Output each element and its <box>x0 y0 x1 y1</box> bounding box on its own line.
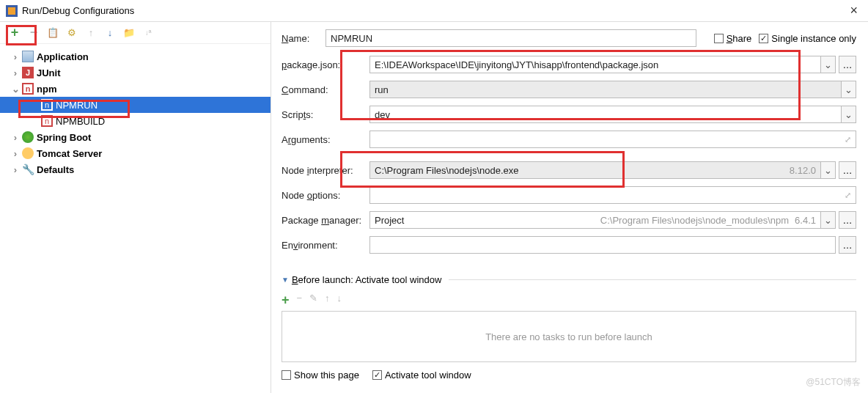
npm-icon: n <box>41 115 53 127</box>
scripts-input[interactable]: dev <box>369 106 842 123</box>
package-manager-input[interactable]: Project C:\Program Files\nodejs\node_mod… <box>369 211 821 229</box>
before-launch-header[interactable]: ▼ Before launch: Activate tool window <box>282 274 856 285</box>
expand-icon[interactable]: ⤢ <box>845 191 851 200</box>
tree-item-defaults[interactable]: › 🔧 Defaults <box>0 161 271 177</box>
window-title: Run/Debug Configurations <box>22 5 134 16</box>
tree-label: NPMBUILD <box>56 116 105 127</box>
tree-label: npm <box>37 84 56 95</box>
application-icon <box>22 51 34 62</box>
tree-label: JUnit <box>37 67 61 78</box>
expand-icon[interactable]: ⤢ <box>845 135 851 144</box>
no-tasks-label: There are no tasks to run before launch <box>485 331 652 342</box>
package-json-input[interactable]: E:\IDEAWorkspace\IDE\jinyitong\JYT\hisap… <box>369 56 821 73</box>
command-select[interactable]: run <box>369 81 842 98</box>
move-up-button[interactable]: ↑ <box>325 293 330 308</box>
remove-config-button[interactable]: − <box>26 26 41 40</box>
dropdown-icon[interactable]: ⌄ <box>821 211 836 229</box>
before-launch-toolbar: + − ✎ ↑ ↓ <box>282 290 856 311</box>
config-form: Name: NPMRUN Share ✓Single instance only… <box>271 22 868 393</box>
config-tree: › Application › J JUnit ⌄ n npm n NPMRUN… <box>0 44 271 182</box>
tree-label: Spring Boot <box>37 132 91 143</box>
tasks-list: There are no tasks to run before launch <box>282 311 856 362</box>
activate-tool-window-checkbox[interactable]: ✓Activate tool window <box>372 370 471 381</box>
sort-icon[interactable]: ↓ª <box>141 26 155 40</box>
tomcat-icon <box>22 147 34 159</box>
tree-label: NPMRUN <box>56 100 98 111</box>
name-label: Name: <box>282 33 326 44</box>
tree-item-spring-boot[interactable]: › Spring Boot <box>0 129 271 145</box>
chevron-right-icon: › <box>12 132 19 143</box>
environment-input[interactable] <box>369 236 836 254</box>
npm-icon: n <box>41 99 53 111</box>
up-arrow-icon[interactable]: ↑ <box>84 26 98 40</box>
package-manager-label: Package manager: <box>282 215 369 226</box>
node-options-label: Node options: <box>282 190 369 201</box>
folder-icon[interactable]: 📁 <box>122 26 136 40</box>
arguments-label: Arguments: <box>282 134 369 145</box>
edit-task-button[interactable]: ✎ <box>309 293 317 308</box>
collapse-icon: ▼ <box>282 276 289 284</box>
tree-item-npmbuild[interactable]: n NPMBUILD <box>0 113 271 129</box>
chevron-right-icon: › <box>12 51 19 62</box>
tree-item-tomcat[interactable]: › Tomcat Server <box>0 145 271 161</box>
add-task-button[interactable]: + <box>282 293 290 308</box>
tree-item-npmrun[interactable]: n NPMRUN <box>0 97 271 113</box>
move-down-button[interactable]: ↓ <box>337 293 342 308</box>
add-config-button[interactable]: + <box>7 26 22 40</box>
chevron-down-icon: ⌄ <box>12 84 19 95</box>
tree-label: Defaults <box>37 164 74 175</box>
node-interpreter-input[interactable]: C:\Program Files\nodejs\node.exe 8.12.0 <box>369 161 821 179</box>
name-input[interactable]: NPMRUN <box>326 29 696 47</box>
settings-icon[interactable]: ⚙ <box>65 26 79 40</box>
sidebar-toolbar: + − 📋 ⚙ ↑ ↓ 📁 ↓ª <box>0 22 271 44</box>
spring-icon <box>22 131 34 143</box>
browse-button[interactable]: … <box>839 56 856 73</box>
browse-button[interactable]: … <box>839 161 856 179</box>
share-checkbox[interactable]: Share <box>714 33 752 44</box>
node-version: 8.12.0 <box>790 165 816 176</box>
npm-icon: n <box>22 83 34 95</box>
chevron-right-icon: › <box>12 148 19 159</box>
app-icon <box>6 5 18 17</box>
node-options-input[interactable]: ⤢ <box>369 186 856 204</box>
command-label: Command: <box>282 84 369 95</box>
node-interpreter-label: Node interpreter: <box>282 165 369 176</box>
junit-icon: J <box>22 67 34 78</box>
pkg-mgr-path: C:\Program Files\nodejs\node_modules\npm <box>600 215 789 226</box>
title-bar: Run/Debug Configurations × <box>0 0 868 22</box>
tree-item-npm[interactable]: ⌄ n npm <box>0 81 271 97</box>
show-page-checkbox[interactable]: Show this page <box>282 370 359 381</box>
pkg-mgr-version: 6.4.1 <box>795 215 816 226</box>
environment-label: Environment: <box>282 240 369 251</box>
dropdown-icon[interactable]: ⌄ <box>821 161 836 179</box>
browse-button[interactable]: … <box>839 236 856 254</box>
dropdown-icon[interactable]: ⌄ <box>842 81 856 98</box>
sidebar: + − 📋 ⚙ ↑ ↓ 📁 ↓ª › Application › J JUnit… <box>0 22 271 393</box>
copy-config-button[interactable]: 📋 <box>45 26 60 40</box>
watermark: @51CTO博客 <box>806 376 861 389</box>
arguments-input[interactable]: ⤢ <box>369 131 856 148</box>
tree-item-junit[interactable]: › J JUnit <box>0 65 271 81</box>
close-icon[interactable]: × <box>845 3 862 18</box>
browse-button[interactable]: … <box>839 211 856 229</box>
tree-label: Tomcat Server <box>37 148 102 159</box>
chevron-right-icon: › <box>12 164 19 175</box>
single-instance-checkbox[interactable]: ✓Single instance only <box>759 33 856 44</box>
package-json-label: package.json: <box>282 59 369 70</box>
remove-task-button[interactable]: − <box>297 293 303 308</box>
tree-item-application[interactable]: › Application <box>0 48 271 65</box>
down-arrow-icon[interactable]: ↓ <box>103 26 117 40</box>
wrench-icon: 🔧 <box>22 164 34 175</box>
dropdown-icon[interactable]: ⌄ <box>821 56 836 73</box>
scripts-label: Scripts: <box>282 109 369 120</box>
dropdown-icon[interactable]: ⌄ <box>842 106 856 123</box>
chevron-right-icon: › <box>12 67 19 78</box>
tree-label: Application <box>37 51 89 62</box>
